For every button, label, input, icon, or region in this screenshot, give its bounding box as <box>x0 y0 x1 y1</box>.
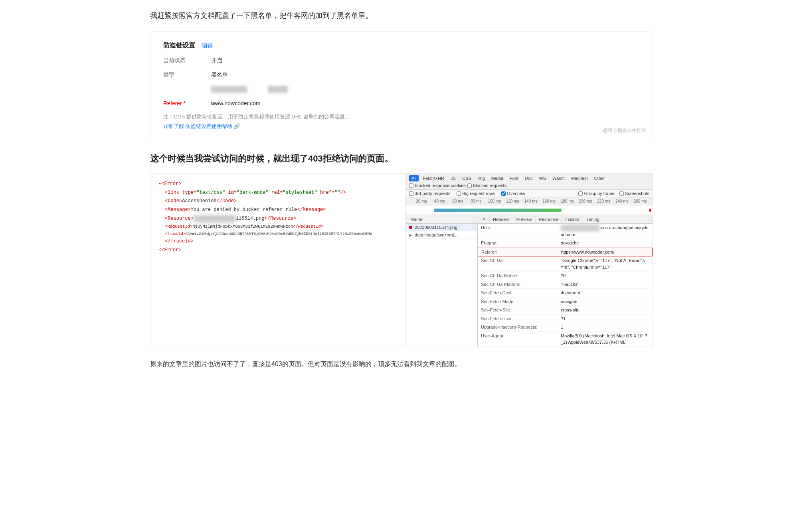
timeline-200ms: 200 ms <box>576 199 595 203</box>
filter-fetch-xhr[interactable]: Fetch/XHR <box>420 175 447 181</box>
filter-media[interactable]: Media <box>489 175 506 181</box>
big-rows-checkbox: Big request rows <box>457 191 495 196</box>
screenshots-checkbox: Screenshots <box>619 191 649 196</box>
type-row: 类型 黑名单 <box>163 71 640 79</box>
blocked-requests-input[interactable] <box>467 183 472 188</box>
filter-manifest[interactable]: Manifest <box>569 175 590 181</box>
filter-css[interactable]: CSS <box>460 175 474 181</box>
devtools-container: ▾<Error> <link type="text/css" id="dark-… <box>150 173 653 347</box>
timeline-160ms: 160 ms <box>540 199 558 203</box>
xml-line-1: ▾<Error> <box>158 180 398 189</box>
overview-input[interactable] <box>501 191 506 196</box>
header-name-upgrade: Upgrade-Insecure-Requests: <box>481 324 561 331</box>
header-referer: Referer: https://www.nowcoder.com/ <box>478 248 653 257</box>
blocked-response-label: Blocked response cookies <box>415 183 466 188</box>
type-value: 黑名单 <box>211 71 228 79</box>
header-sec-ch-ua-platform: Sec-Ch-Ua-Platform: "macOS" <box>478 280 653 289</box>
note-area: 注：COS 提供防盗链配置，用于防止恶意程序使用资源 URL 盗刷您的公网流量。… <box>163 113 640 131</box>
group-frame-input[interactable] <box>578 191 583 196</box>
header-value-dest: document <box>561 290 649 296</box>
overview-label: Overview <box>507 191 525 196</box>
filter-all[interactable]: All <box>409 175 419 181</box>
tab-response[interactable]: Response <box>536 215 562 223</box>
timeline-header: 20 ms 40 ms 60 ms 80 ms 100 ms 120 ms 14… <box>406 197 653 205</box>
xml-line-7: <TraceId>OGVmYzZiMmQzYjA2OWNhODk0NTRkMTB… <box>158 231 398 237</box>
edit-link[interactable]: 编辑 <box>202 42 213 49</box>
network-sub-toolbar: 3rd-party requests Big request rows Over… <box>406 190 653 197</box>
section2-title: 这个时候当我尝试访问的时候，就出现了403拒绝访问的页面。 <box>150 152 653 165</box>
header-value-ua: Mozilla/5.0 (Macintosh; Intel Mac OS X 1… <box>561 333 649 346</box>
name-header-row: Name ✕ Headers Preview Response Initiato… <box>406 215 653 224</box>
timeline-progress-bar <box>434 209 562 212</box>
header-name-mode: Sec-Fetch-Mode: <box>481 298 561 305</box>
header-value-sec-ch-ua: "Google Chrome";v="117", "Not;A=Brand";v… <box>561 257 649 270</box>
file-name-svg: data:image/svg+xml,... <box>415 233 459 237</box>
screenshots-input[interactable] <box>619 191 624 196</box>
big-rows-input[interactable] <box>457 191 461 196</box>
filter-wasm[interactable]: Wasm <box>550 175 567 181</box>
filter-ws[interactable]: WS <box>536 175 548 181</box>
network-toolbar: All Fetch/XHR JS CSS Img Media Font Doc … <box>406 173 653 190</box>
file-item-svg[interactable]: ▶ data:image/svg+xml,... <box>406 231 477 239</box>
tab-preview[interactable]: Preview <box>513 215 536 223</box>
header-name-dest: Sec-Fetch-Dest: <box>481 290 561 296</box>
referer-row: Referer * www.nowcoder.com <box>163 100 640 106</box>
big-rows-label: Big request rows <box>462 191 495 196</box>
header-name-sec-ch-ua: Sec-Ch-Ua: <box>481 257 561 270</box>
xml-line-3: <Code>AccessDenied</Code> <box>158 197 398 206</box>
group-frame-label: Group by frame <box>584 191 614 196</box>
filter-other[interactable]: Other <box>591 175 607 181</box>
status-value: 开启 <box>211 57 222 64</box>
filter-font[interactable]: Font <box>507 175 521 181</box>
filter-doc[interactable]: Doc <box>522 175 535 181</box>
third-party-input[interactable] <box>409 191 413 196</box>
header-sec-fetch-user: Sec-Fetch-User: ?1 <box>478 315 653 323</box>
header-sec-ch-ua-mobile: Sec-Ch-Ua-Mobile: ?0 <box>478 272 653 280</box>
timeline-60ms: 60 ms <box>449 199 467 203</box>
timeline-40ms: 40 ms <box>431 199 449 203</box>
filter-js[interactable]: JS <box>448 175 458 181</box>
header-value-upgrade: 1 <box>561 324 649 331</box>
headers-panel: Host: shugat-1307242024.cos.ap-shanghai.… <box>478 224 653 347</box>
right-checkboxes: Group by frame Screenshots <box>578 191 649 196</box>
file-item-png[interactable]: 20230903115514.png <box>406 224 477 231</box>
header-value-referer: https://www.nowcoder.com/ <box>561 249 649 256</box>
xml-line-6: <RequestId>NjUyMzlmNjdFODkxMGU3MD1fZWU1M… <box>158 223 398 231</box>
timeline-240ms: 240 ms <box>613 199 631 203</box>
timeline-20ms: 20 ms <box>412 199 431 203</box>
blocked-response-input[interactable] <box>409 183 413 188</box>
header-value-platform: "macOS" <box>561 281 649 288</box>
blurred-block-2 <box>268 86 288 93</box>
settings-box: 防盗链设置 编辑 当前状态 开启 类型 黑名单 Referer * www.no… <box>150 32 653 140</box>
header-value-mobile: ?0 <box>561 272 649 279</box>
status-label: 当前状态 <box>163 57 195 64</box>
network-panel: All Fetch/XHR JS CSS Img Media Font Doc … <box>406 173 653 347</box>
bottom-text: 原来的文章里的图片也访问不了了，直接是403的页面。但对页面是没有影响的，顶多无… <box>150 359 653 369</box>
header-name-ua: User-Agent: <box>481 333 561 346</box>
third-party-checkbox: 3rd-party requests <box>409 191 450 196</box>
filter-img[interactable]: Img <box>475 175 487 181</box>
xml-line-2: <link type="text/css" id="dark-mode" rel… <box>158 189 398 197</box>
tab-timing[interactable]: Timing <box>583 215 603 223</box>
header-name-pragma: Pragma: <box>481 240 561 246</box>
xml-line-8: </TraceId> <box>158 237 398 246</box>
timeline-180ms: 180 ms <box>558 199 577 203</box>
header-name-referer: Referer: <box>481 249 561 256</box>
third-party-label: 3rd-party requests <box>415 191 450 196</box>
header-pragma: Pragma: no-cache <box>478 239 653 248</box>
headers-tabs-row: ✕ Headers Preview Response Initiator Tim… <box>479 215 651 223</box>
tab-headers[interactable]: Headers <box>490 215 513 223</box>
overview-checkbox: Overview <box>501 191 525 196</box>
tab-initiator[interactable]: Initiator <box>562 215 583 223</box>
file-arrow: ▶ <box>409 233 412 237</box>
timeline-error-bar <box>649 209 651 212</box>
blurred-block-1 <box>211 86 247 93</box>
note-link[interactable]: 详细了解 防盗链设置使用帮助 🔗 <box>163 123 240 129</box>
header-name-mobile: Sec-Ch-Ua-Mobile: <box>481 272 561 279</box>
header-user-agent: User-Agent: Mozilla/5.0 (Macintosh; Inte… <box>478 332 653 347</box>
header-value-host: shugat-1307242024.cos.ap-shanghai.myqclo… <box>561 225 649 238</box>
tab-close[interactable]: ✕ <box>479 215 490 223</box>
referer-label: Referer * <box>163 100 195 106</box>
header-name-site: Sec-Fetch-Site: <box>481 307 561 313</box>
toolbar-divider <box>610 175 610 181</box>
